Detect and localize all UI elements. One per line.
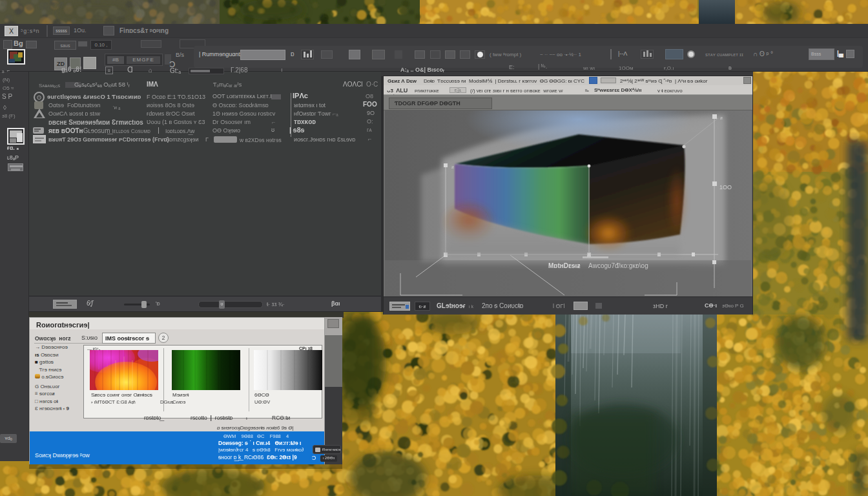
svg-text:ᵶ: ᵶ [720, 115, 723, 121]
svg-text:ᵶ: ᵶ [451, 164, 454, 170]
svg-text:MɒtʜDᴇᵴιᵶ: MɒtʜDᴇᵴιᵶ [548, 262, 580, 269]
svg-text:1OO: 1OO [719, 184, 732, 191]
svg-text:Aᴡᴄᴏgᴜ7ᵭ/ᴋᴏ:gᴋᴆ\ᴏg: Aᴡᴄᴏgᴜ7ᵭ/ᴋᴏ:gᴋᴆ\ᴏg [588, 262, 648, 269]
